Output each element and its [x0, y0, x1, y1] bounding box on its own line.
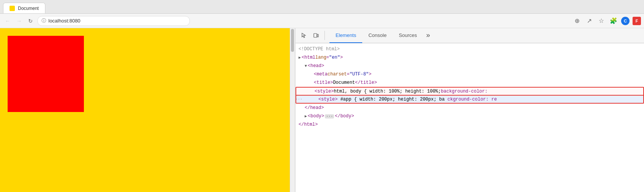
inspect-element-button[interactable]: [299, 30, 309, 41]
device-toolbar-button[interactable]: [311, 30, 321, 41]
lock-icon: ⓘ: [42, 18, 46, 24]
collapse-head-icon[interactable]: ▼: [305, 64, 307, 68]
svg-rect-0: [314, 34, 317, 37]
body-dots[interactable]: ···: [325, 114, 334, 118]
expand-body-icon[interactable]: ▶: [305, 114, 307, 118]
more-tabs-button[interactable]: »: [423, 32, 434, 39]
bookmark-icon: ☆: [599, 17, 604, 24]
profile-f-icon[interactable]: F: [633, 17, 641, 25]
scrollbar[interactable]: [290, 28, 295, 192]
html-line-head-close[interactable]: </head>: [296, 104, 644, 112]
html-line-style1[interactable]: <style> html, body { width: 100%; height…: [296, 87, 644, 95]
browser-window: Document ← → ↻ ⓘ localhost:8080 ⊕ ↗ ☆: [0, 0, 644, 192]
devtools-panel: Elements Console Sources »: [295, 28, 644, 192]
url-bar[interactable]: ⓘ localhost:8080: [37, 16, 190, 26]
bookmark-button[interactable]: ☆: [597, 16, 606, 26]
cursor-icon: [301, 32, 307, 38]
html-line-title[interactable]: <title> Document </title>: [296, 78, 644, 87]
main-content: Elements Console Sources »: [0, 28, 644, 192]
tab-elements[interactable]: Elements: [329, 28, 362, 43]
url-text: localhost:8080: [48, 18, 80, 24]
tab-console[interactable]: Console: [362, 28, 393, 43]
toolbar-divider: [324, 31, 325, 40]
devtools-tabs: Elements Console Sources »: [329, 28, 433, 43]
tab-favicon: [10, 6, 15, 11]
html-line-meta[interactable]: <meta charset = "UTF-8" >: [296, 70, 644, 78]
reload-button[interactable]: ↻: [26, 16, 35, 26]
red-box: [8, 36, 84, 112]
html-line-html-close[interactable]: </html>: [296, 120, 644, 129]
html-line-head[interactable]: ▼ <head>: [296, 62, 644, 70]
html-line-style2[interactable]: ··· <style> #app { width: 200px; height:…: [296, 95, 644, 104]
webpage-viewport: [0, 28, 290, 192]
tab-sources[interactable]: Sources: [393, 28, 423, 43]
forward-button[interactable]: →: [14, 16, 24, 26]
tab-bar: Document: [0, 0, 644, 14]
devtools-content: <!DOCTYPE html> ▶ <html lang = "en" > ▼ …: [296, 43, 644, 192]
html-line-body[interactable]: ▶ <body> ··· </body>: [296, 112, 644, 120]
html-line-html[interactable]: ▶ <html lang = "en" >: [296, 53, 644, 62]
address-bar: ← → ↻ ⓘ localhost:8080 ⊕ ↗ ☆ 🧩 C: [0, 14, 644, 28]
devtools-toolbar: Elements Console Sources »: [296, 28, 644, 43]
tab-label: Document: [18, 6, 39, 11]
profile-c-icon[interactable]: C: [621, 17, 630, 25]
scroll-thumb[interactable]: [291, 29, 294, 52]
share-button[interactable]: ↗: [585, 16, 594, 26]
back-icon: ←: [5, 18, 10, 24]
zoom-button[interactable]: ⊕: [572, 16, 581, 26]
expand-icon[interactable]: ▶: [299, 55, 301, 60]
doctype-text: <!DOCTYPE html>: [299, 46, 340, 52]
browser-tab[interactable]: Document: [3, 3, 45, 13]
svg-rect-1: [317, 34, 318, 37]
browser-actions: ⊕ ↗ ☆ 🧩 C F: [572, 16, 641, 26]
extensions-button[interactable]: 🧩: [609, 16, 618, 26]
back-button[interactable]: ←: [3, 16, 12, 26]
three-dots-icon: ···: [296, 96, 302, 103]
device-icon: [313, 32, 319, 38]
forward-icon: →: [16, 18, 22, 24]
html-line-doctype: <!DOCTYPE html>: [296, 45, 644, 53]
extensions-icon: 🧩: [610, 17, 617, 24]
reload-icon: ↻: [28, 18, 33, 24]
share-icon: ↗: [587, 17, 592, 24]
zoom-icon: ⊕: [575, 17, 580, 24]
